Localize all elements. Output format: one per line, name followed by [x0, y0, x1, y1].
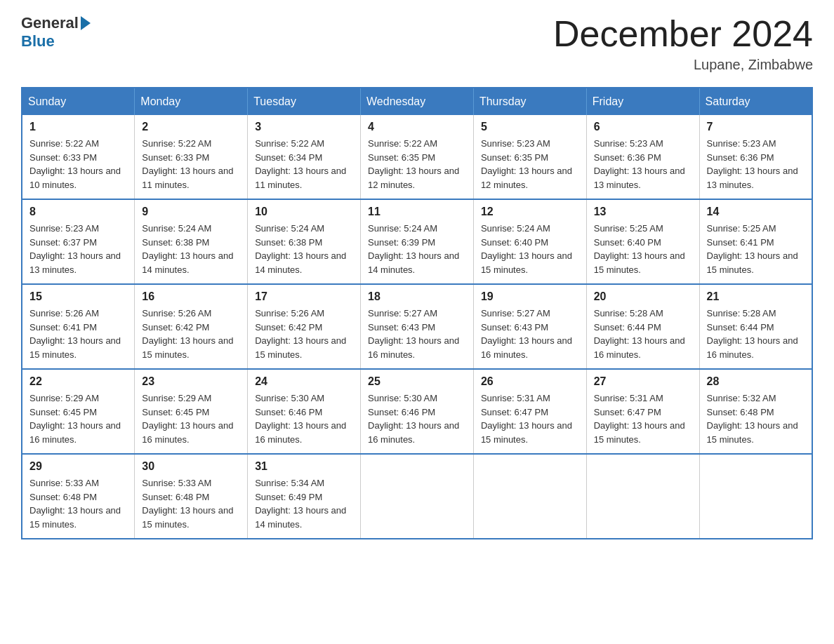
day-info: Sunrise: 5:28 AM Sunset: 6:44 PM Dayligh… [707, 307, 805, 361]
day-info: Sunrise: 5:26 AM Sunset: 6:42 PM Dayligh… [255, 307, 353, 361]
day-number: 18 [368, 290, 466, 303]
day-number: 20 [594, 290, 692, 303]
day-number: 29 [29, 460, 127, 473]
day-info: Sunrise: 5:34 AM Sunset: 6:49 PM Dayligh… [255, 476, 353, 531]
table-row: 25 Sunrise: 5:30 AM Sunset: 6:46 PM Dayl… [361, 369, 474, 454]
table-row: 4 Sunrise: 5:22 AM Sunset: 6:35 PM Dayli… [361, 115, 474, 199]
day-info: Sunrise: 5:30 AM Sunset: 6:46 PM Dayligh… [255, 391, 353, 446]
table-row: 6 Sunrise: 5:23 AM Sunset: 6:36 PM Dayli… [586, 115, 699, 199]
day-info: Sunrise: 5:24 AM Sunset: 6:40 PM Dayligh… [481, 222, 579, 276]
day-info: Sunrise: 5:23 AM Sunset: 6:35 PM Dayligh… [481, 137, 579, 192]
table-row: 30 Sunrise: 5:33 AM Sunset: 6:48 PM Dayl… [135, 454, 248, 539]
day-info: Sunrise: 5:28 AM Sunset: 6:44 PM Dayligh… [594, 307, 692, 361]
col-wednesday: Wednesday [361, 88, 474, 115]
col-monday: Monday [135, 88, 248, 115]
table-row: 14 Sunrise: 5:25 AM Sunset: 6:41 PM Dayl… [699, 199, 812, 284]
col-tuesday: Tuesday [248, 88, 361, 115]
day-number: 24 [255, 375, 353, 388]
table-row: 28 Sunrise: 5:32 AM Sunset: 6:48 PM Dayl… [699, 369, 812, 454]
day-info: Sunrise: 5:29 AM Sunset: 6:45 PM Dayligh… [29, 391, 127, 446]
day-number: 25 [368, 375, 466, 388]
table-row: 3 Sunrise: 5:22 AM Sunset: 6:34 PM Dayli… [248, 115, 361, 199]
table-row [586, 454, 699, 539]
table-row: 23 Sunrise: 5:29 AM Sunset: 6:45 PM Dayl… [135, 369, 248, 454]
day-info: Sunrise: 5:27 AM Sunset: 6:43 PM Dayligh… [481, 307, 579, 361]
logo-blue-text: Blue [21, 32, 55, 51]
col-saturday: Saturday [699, 88, 812, 115]
weekday-header-row: Sunday Monday Tuesday Wednesday Thursday… [22, 88, 812, 115]
day-number: 11 [368, 206, 466, 218]
day-number: 6 [594, 121, 692, 133]
day-info: Sunrise: 5:23 AM Sunset: 6:36 PM Dayligh… [594, 137, 692, 192]
table-row: 12 Sunrise: 5:24 AM Sunset: 6:40 PM Dayl… [473, 199, 586, 284]
day-number: 27 [594, 375, 692, 388]
day-info: Sunrise: 5:25 AM Sunset: 6:40 PM Dayligh… [594, 222, 692, 276]
table-row [361, 454, 474, 539]
day-number: 30 [142, 460, 240, 473]
week-row-4: 22 Sunrise: 5:29 AM Sunset: 6:45 PM Dayl… [22, 369, 812, 454]
day-info: Sunrise: 5:23 AM Sunset: 6:36 PM Dayligh… [707, 137, 805, 192]
day-number: 28 [707, 375, 805, 388]
day-info: Sunrise: 5:25 AM Sunset: 6:41 PM Dayligh… [707, 222, 805, 276]
day-number: 2 [142, 121, 240, 133]
day-number: 13 [594, 206, 692, 218]
day-number: 19 [481, 290, 579, 303]
table-row: 7 Sunrise: 5:23 AM Sunset: 6:36 PM Dayli… [699, 115, 812, 199]
col-friday: Friday [586, 88, 699, 115]
day-info: Sunrise: 5:22 AM Sunset: 6:35 PM Dayligh… [368, 137, 466, 192]
day-number: 23 [142, 375, 240, 388]
day-info: Sunrise: 5:33 AM Sunset: 6:48 PM Dayligh… [142, 476, 240, 531]
day-info: Sunrise: 5:29 AM Sunset: 6:45 PM Dayligh… [142, 391, 240, 446]
day-info: Sunrise: 5:22 AM Sunset: 6:33 PM Dayligh… [142, 137, 240, 192]
week-row-2: 8 Sunrise: 5:23 AM Sunset: 6:37 PM Dayli… [22, 199, 812, 284]
week-row-1: 1 Sunrise: 5:22 AM Sunset: 6:33 PM Dayli… [22, 115, 812, 199]
day-info: Sunrise: 5:24 AM Sunset: 6:38 PM Dayligh… [142, 222, 240, 276]
day-number: 1 [29, 121, 127, 133]
table-row: 19 Sunrise: 5:27 AM Sunset: 6:43 PM Dayl… [473, 284, 586, 369]
day-info: Sunrise: 5:22 AM Sunset: 6:33 PM Dayligh… [29, 137, 127, 192]
day-number: 12 [481, 206, 579, 218]
location-text: Lupane, Zimbabwe [553, 57, 813, 73]
day-number: 8 [29, 206, 127, 218]
day-info: Sunrise: 5:26 AM Sunset: 6:42 PM Dayligh… [142, 307, 240, 361]
table-row: 11 Sunrise: 5:24 AM Sunset: 6:39 PM Dayl… [361, 199, 474, 284]
day-info: Sunrise: 5:33 AM Sunset: 6:48 PM Dayligh… [29, 476, 127, 531]
day-number: 22 [29, 375, 127, 388]
day-number: 3 [255, 121, 353, 133]
table-row: 5 Sunrise: 5:23 AM Sunset: 6:35 PM Dayli… [473, 115, 586, 199]
month-title: December 2024 [553, 14, 813, 54]
day-number: 10 [255, 206, 353, 218]
day-info: Sunrise: 5:24 AM Sunset: 6:38 PM Dayligh… [255, 222, 353, 276]
table-row: 15 Sunrise: 5:26 AM Sunset: 6:41 PM Dayl… [22, 284, 135, 369]
day-info: Sunrise: 5:31 AM Sunset: 6:47 PM Dayligh… [481, 391, 579, 446]
logo-general-text: General [21, 14, 79, 32]
day-number: 21 [707, 290, 805, 303]
day-number: 4 [368, 121, 466, 133]
day-info: Sunrise: 5:31 AM Sunset: 6:47 PM Dayligh… [594, 391, 692, 446]
table-row: 26 Sunrise: 5:31 AM Sunset: 6:47 PM Dayl… [473, 369, 586, 454]
day-number: 17 [255, 290, 353, 303]
calendar-table: Sunday Monday Tuesday Wednesday Thursday… [21, 87, 813, 539]
table-row: 22 Sunrise: 5:29 AM Sunset: 6:45 PM Dayl… [22, 369, 135, 454]
table-row: 29 Sunrise: 5:33 AM Sunset: 6:48 PM Dayl… [22, 454, 135, 539]
day-info: Sunrise: 5:32 AM Sunset: 6:48 PM Dayligh… [707, 391, 805, 446]
day-number: 31 [255, 460, 353, 473]
table-row: 18 Sunrise: 5:27 AM Sunset: 6:43 PM Dayl… [361, 284, 474, 369]
table-row [473, 454, 586, 539]
day-number: 9 [142, 206, 240, 218]
logo: General Blue [21, 14, 93, 51]
table-row: 1 Sunrise: 5:22 AM Sunset: 6:33 PM Dayli… [22, 115, 135, 199]
week-row-3: 15 Sunrise: 5:26 AM Sunset: 6:41 PM Dayl… [22, 284, 812, 369]
table-row: 8 Sunrise: 5:23 AM Sunset: 6:37 PM Dayli… [22, 199, 135, 284]
table-row: 17 Sunrise: 5:26 AM Sunset: 6:42 PM Dayl… [248, 284, 361, 369]
day-number: 16 [142, 290, 240, 303]
day-number: 14 [707, 206, 805, 218]
table-row: 13 Sunrise: 5:25 AM Sunset: 6:40 PM Dayl… [586, 199, 699, 284]
day-number: 5 [481, 121, 579, 133]
table-row: 10 Sunrise: 5:24 AM Sunset: 6:38 PM Dayl… [248, 199, 361, 284]
table-row: 20 Sunrise: 5:28 AM Sunset: 6:44 PM Dayl… [586, 284, 699, 369]
week-row-5: 29 Sunrise: 5:33 AM Sunset: 6:48 PM Dayl… [22, 454, 812, 539]
day-number: 26 [481, 375, 579, 388]
table-row [699, 454, 812, 539]
day-info: Sunrise: 5:22 AM Sunset: 6:34 PM Dayligh… [255, 137, 353, 192]
